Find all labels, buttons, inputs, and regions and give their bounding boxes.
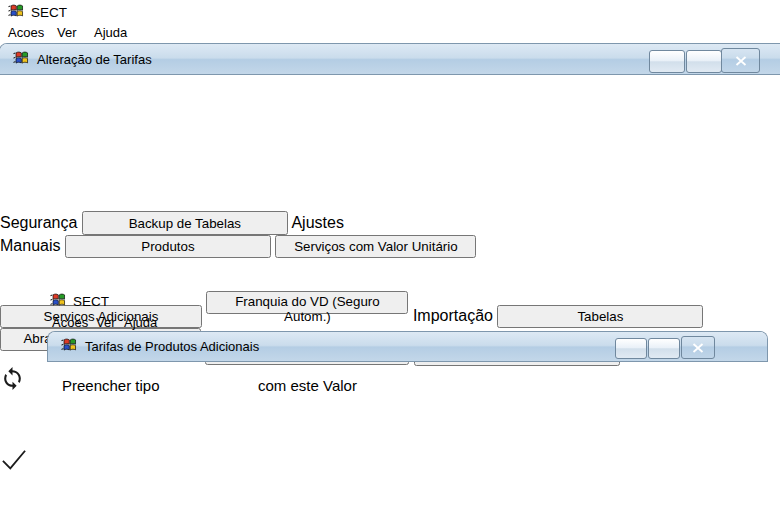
window1-minimize-button[interactable] [649, 50, 685, 73]
window2-close-button[interactable] [681, 336, 715, 359]
value-label: com este Valor [258, 377, 357, 394]
menu-ajuda[interactable]: Ajuda [122, 314, 159, 331]
annotation-box-servicos-adicionais [0, 258, 212, 291]
windows-logo-icon [50, 292, 67, 311]
app-header-top: SECT [8, 3, 67, 22]
franquia-vd-button[interactable]: Franquia do VD (Seguro Autom.) [206, 291, 408, 314]
window2-title: Tarifas de Produtos Adicionais [85, 339, 259, 354]
servicos-com-valor-unitario-button[interactable]: Serviços com Valor Unitário [275, 235, 476, 258]
close-icon [735, 56, 747, 66]
section-label-seguranca: Segurança [0, 214, 77, 231]
fill-type-label: Preencher tipo [62, 377, 160, 394]
sync-icon [0, 366, 25, 391]
menu-ver[interactable]: Ver [94, 314, 118, 331]
menu-acoes[interactable]: Acoes [6, 24, 46, 41]
window1-maximize-button[interactable] [686, 50, 722, 73]
menu-acoes[interactable]: Acoes [50, 314, 90, 331]
window2-maximize-button[interactable] [648, 338, 680, 359]
annotation-box-window1-confirm [0, 398, 59, 448]
screen: SECT Acoes Ver Ajuda Alteração de Tarifa… [0, 0, 780, 527]
check-icon [0, 448, 28, 472]
window1-confirm-button[interactable] [0, 448, 43, 486]
window1-title: Alteração de Tarifas [37, 52, 152, 67]
windows-logo-icon [13, 50, 30, 69]
window2-body [0, 486, 706, 527]
windows-logo-icon [61, 337, 78, 356]
app-title: SECT [73, 294, 109, 309]
tabelas-button[interactable]: Tabelas [497, 305, 703, 328]
produtos-button[interactable]: Produtos [65, 235, 271, 258]
menu-ver[interactable]: Ver [55, 24, 79, 41]
window1-close-button[interactable] [721, 48, 760, 73]
windows-logo-icon [8, 3, 25, 22]
section-label-importacao: Importação [413, 307, 493, 324]
app-title: SECT [31, 5, 67, 20]
menu-ajuda[interactable]: Ajuda [92, 24, 129, 41]
window1-refresh-button[interactable] [0, 366, 42, 398]
close-icon [692, 343, 704, 353]
backup-de-tabelas-button[interactable]: Backup de Tabelas [82, 211, 288, 235]
window2-minimize-button[interactable] [615, 338, 647, 359]
app-header-bottom: SECT [50, 292, 109, 311]
